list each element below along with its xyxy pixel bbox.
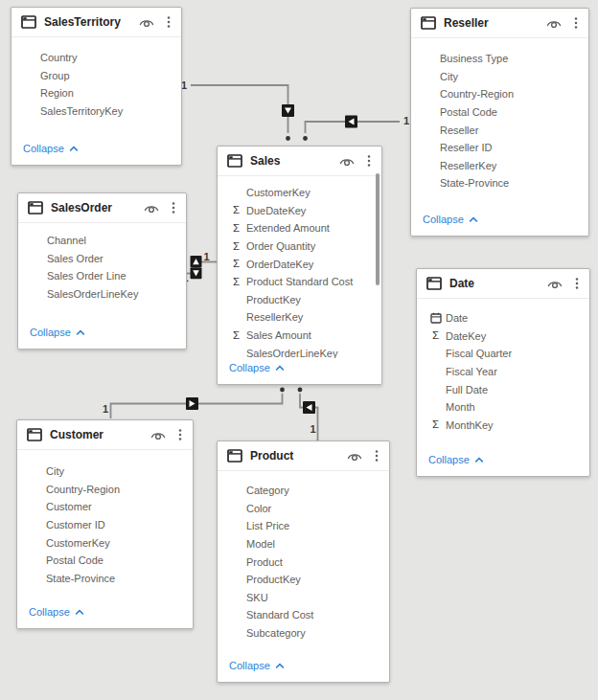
field-row[interactable]: SalesTerritoryKey xyxy=(12,102,181,121)
more-options-icon[interactable] xyxy=(374,447,380,464)
eye-icon[interactable] xyxy=(338,155,356,167)
eye-icon[interactable] xyxy=(138,16,155,28)
cross-filter-arrow-down-icon[interactable] xyxy=(191,267,202,279)
field-row[interactable]: Product xyxy=(218,553,389,571)
relationship-salesterritory-sales[interactable]: 1 xyxy=(181,79,294,141)
field-row[interactable]: Month xyxy=(417,398,589,417)
collapse-link[interactable]: Collapse xyxy=(30,327,85,338)
field-row[interactable]: Business Type xyxy=(411,50,588,68)
more-options-icon[interactable] xyxy=(177,426,183,443)
field-row[interactable]: SKU xyxy=(218,589,389,607)
collapse-link[interactable]: Collapse xyxy=(423,214,478,225)
field-row[interactable]: ΣSales Amount xyxy=(218,327,381,345)
table-card-date[interactable]: Date DateΣDateKeyFiscal QuarterFiscal Ye… xyxy=(416,268,590,477)
field-row[interactable]: Sales Order Line xyxy=(18,267,186,285)
more-options-icon[interactable] xyxy=(573,14,579,32)
field-row[interactable]: ΣOrder Quantity xyxy=(218,237,381,256)
field-row[interactable]: ResellerKey xyxy=(411,157,588,175)
field-row[interactable]: CustomerKey xyxy=(17,533,193,552)
field-row[interactable]: ProductKey xyxy=(218,291,381,309)
more-options-icon[interactable] xyxy=(366,152,372,169)
field-row[interactable]: City xyxy=(411,68,588,86)
field-row[interactable]: Sales Order xyxy=(18,250,186,268)
field-row[interactable]: Fiscal Year xyxy=(417,363,589,381)
field-row[interactable]: City xyxy=(17,463,193,481)
field-row[interactable]: Channel xyxy=(18,232,186,250)
relationship-salesorder-sales[interactable]: 1 1 xyxy=(182,251,217,283)
field-row[interactable]: ΣExtended Amount xyxy=(218,219,381,237)
cross-filter-arrow-right-icon[interactable] xyxy=(186,397,198,410)
field-row[interactable]: ΣProduct Standard Cost xyxy=(218,273,381,291)
field-row[interactable]: Country-Region xyxy=(17,481,193,499)
collapse-link[interactable]: Collapse xyxy=(229,660,285,671)
eye-icon[interactable] xyxy=(346,450,363,462)
more-options-icon[interactable] xyxy=(171,199,176,216)
field-row[interactable]: Full Date xyxy=(417,380,589,398)
field-row[interactable]: Customer ID xyxy=(17,516,193,534)
field-row[interactable]: Reseller xyxy=(411,121,588,139)
cardinality-label: 1 xyxy=(204,251,210,262)
field-list: DateΣDateKeyFiscal QuarterFiscal YearFul… xyxy=(417,299,589,450)
field-indent-spacer xyxy=(23,51,37,65)
field-row[interactable]: CustomerKey xyxy=(218,184,381,202)
field-row[interactable]: Postal Code xyxy=(411,103,588,122)
field-row[interactable]: ResellerKey xyxy=(218,308,381,327)
field-row[interactable]: SalesOrderLineKey xyxy=(218,344,381,358)
field-row[interactable]: Subcategory xyxy=(218,624,389,643)
more-options-icon[interactable] xyxy=(574,275,580,292)
relationship-reseller-sales[interactable]: 1 xyxy=(303,115,409,141)
field-label: Subcategory xyxy=(246,627,306,639)
collapse-link[interactable]: Collapse xyxy=(229,362,285,373)
field-row[interactable]: Color xyxy=(218,500,389,518)
more-options-icon[interactable] xyxy=(166,13,172,31)
table-card-footer: Collapse xyxy=(411,210,588,236)
field-row[interactable]: Country-Region xyxy=(411,85,588,103)
field-row[interactable]: State-Province xyxy=(17,570,193,588)
relationship-product-sales[interactable]: 1 xyxy=(298,388,318,440)
field-row[interactable]: Postal Code xyxy=(17,552,193,570)
scrollbar-thumb[interactable] xyxy=(376,173,380,285)
field-row[interactable]: Group xyxy=(12,67,181,85)
eye-icon[interactable] xyxy=(545,17,563,29)
field-row[interactable]: ProductKey xyxy=(218,571,389,589)
field-row[interactable]: List Price xyxy=(218,517,389,535)
field-row[interactable]: ΣMonthKey xyxy=(417,417,589,435)
table-card-sales[interactable]: Sales CustomerKeyΣDueDateKeyΣExtended Am… xyxy=(217,146,382,385)
field-row[interactable]: State-Province xyxy=(411,174,588,192)
cross-filter-arrow-up-icon[interactable] xyxy=(191,256,202,267)
field-row[interactable]: Category xyxy=(218,482,389,500)
field-row[interactable]: Model xyxy=(218,535,389,553)
field-row[interactable]: ΣDateKey xyxy=(417,327,589,346)
field-label: ResellerKey xyxy=(440,160,496,171)
relationship-customer-sales[interactable]: 1 xyxy=(103,388,285,418)
cross-filter-arrow-down-icon[interactable] xyxy=(282,104,294,117)
cross-filter-arrow-left-icon[interactable] xyxy=(303,401,315,414)
table-card-salesorder[interactable]: SalesOrder ChannelSales OrderSales Order… xyxy=(17,192,187,350)
field-row[interactable]: Reseller ID xyxy=(411,139,588,157)
eye-icon[interactable] xyxy=(143,202,160,214)
collapse-link[interactable]: Collapse xyxy=(29,606,84,618)
model-view-canvas[interactable]: 1 1 1 1 xyxy=(0,0,598,700)
field-row[interactable]: Region xyxy=(12,84,181,102)
cross-filter-arrow-left-icon[interactable] xyxy=(345,116,357,128)
eye-icon[interactable] xyxy=(546,278,564,289)
table-card-salesterritory[interactable]: SalesTerritory CountryGroupRegionSalesTe… xyxy=(11,7,182,166)
table-card-footer: Collapse xyxy=(18,323,186,349)
field-row[interactable]: ΣDueDateKey xyxy=(218,202,381,220)
field-row[interactable]: Fiscal Quarter xyxy=(417,345,589,363)
relationship-line[interactable] xyxy=(191,85,288,133)
table-card-product[interactable]: Product CategoryColorList PriceModelProd… xyxy=(217,440,390,683)
field-label: Postal Code xyxy=(46,554,104,566)
field-row[interactable]: Standard Cost xyxy=(218,606,389,624)
field-row[interactable]: ΣOrderDateKey xyxy=(218,255,381,273)
eye-icon[interactable] xyxy=(150,429,167,440)
collapse-link[interactable]: Collapse xyxy=(23,143,79,154)
field-row[interactable]: Customer xyxy=(17,498,193,516)
collapse-link[interactable]: Collapse xyxy=(428,454,484,465)
chevron-up-icon xyxy=(275,663,285,669)
field-row[interactable]: SalesOrderLineKey xyxy=(18,285,186,304)
field-row[interactable]: Date xyxy=(417,309,589,327)
table-card-customer[interactable]: Customer CityCountry-RegionCustomerCusto… xyxy=(16,419,194,629)
table-card-reseller[interactable]: Reseller Business TypeCityCountry-Region… xyxy=(410,8,589,237)
field-row[interactable]: Country xyxy=(12,49,181,67)
